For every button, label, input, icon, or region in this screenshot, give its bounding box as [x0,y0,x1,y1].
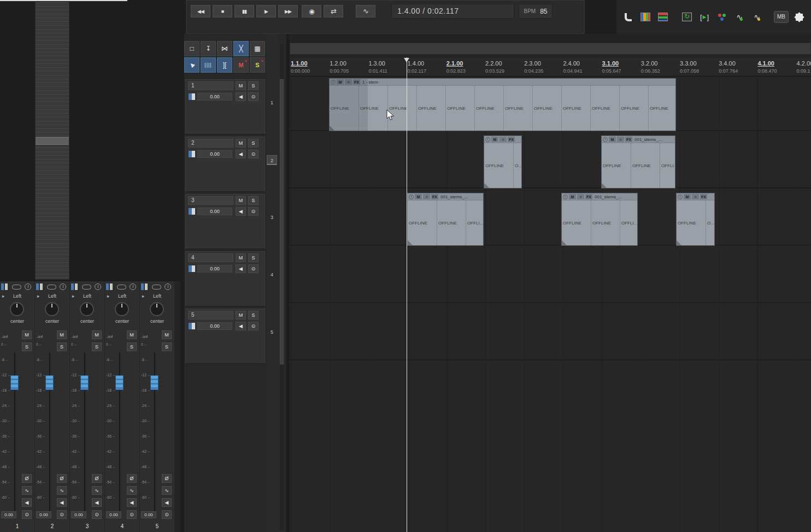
track-name-field[interactable]: 3 [188,196,233,205]
track-row-number[interactable]: 5 [267,327,277,337]
channel-number-label[interactable]: 5 [140,523,174,529]
channel-solo-button[interactable]: S [162,342,172,351]
track-solo-button[interactable]: S [248,253,258,262]
record-arm-button[interactable]: ⊙ [22,510,32,519]
volume-fader-handle[interactable] [10,375,19,390]
channel-solo-button[interactable]: S [127,342,137,351]
ruler-tick[interactable]: 1.2.000:00.705 [330,60,368,74]
track-header[interactable]: 4MS0.00◀⊙ [185,251,265,306]
ruler-tick[interactable]: 2.4.000:04.941 [563,60,601,74]
clip-menu-button[interactable]: ≡ [577,194,584,199]
envelope-button[interactable]: ∿ [57,486,67,495]
phase-invert-button[interactable]: Ø [162,474,172,483]
input-label[interactable]: Left [35,293,69,299]
record-arm-button[interactable]: ⊙ [162,510,172,519]
phase-invert-button[interactable]: Ø [57,474,67,483]
mb-button[interactable]: MB [774,11,789,23]
audio-clip[interactable]: M≡FX1 - stemOFFLINEOFFLINEOFFLINEOFFLINE… [329,78,676,131]
wave-export-icon[interactable]: ∿ [750,10,764,24]
pan-knob[interactable] [10,302,24,316]
track-record-button[interactable]: ⊙ [248,322,258,330]
pan-slot-icon[interactable] [12,285,21,289]
pan-slot-icon[interactable] [47,285,56,289]
ruler-tick[interactable]: 2.3.000:04.235 [524,60,562,74]
pan-slot-icon[interactable] [82,285,91,289]
channel-gain-field[interactable]: 0.00 [141,511,156,518]
track-row-number[interactable]: 3 [267,212,277,222]
audio-clip[interactable]: M≡FX001_stems_...OFFLINEOFFLINEOFFLI... [561,193,638,246]
stereo-mode-icon[interactable] [71,283,78,290]
volume-fader-handle[interactable] [45,375,54,390]
color-balls-icon[interactable] [715,10,729,24]
volume-fader-handle[interactable] [150,375,158,390]
channel-gain-field[interactable]: 0.00 [36,511,51,518]
clip-fade-handle[interactable] [408,240,413,245]
track-mute-button[interactable]: M [236,196,246,205]
channel-number-label[interactable]: 4 [105,523,139,529]
channel-mute-button[interactable]: M [22,330,32,339]
power-icon[interactable] [25,283,31,290]
volume-fader-handle[interactable] [115,375,124,390]
color-columns-icon[interactable] [638,10,653,24]
clip-fade-handle[interactable] [330,126,334,131]
audio-clip[interactable]: M≡FX001_stems_...OFFLINEOFFLINEOFFLI... [601,135,675,188]
ruler-tick[interactable]: 3.1.000:05.647 [602,60,640,74]
track-record-button[interactable]: ⊙ [248,207,258,216]
clip-power-icon[interactable] [409,194,414,199]
arrange-track-row[interactable] [290,308,811,360]
playhead-marker[interactable] [404,58,409,62]
pause-button[interactable]: ▮▮ [234,5,254,17]
clip-fx-button[interactable]: FX [585,194,592,199]
clip-fx-button[interactable]: FX [700,194,707,199]
track-gain-field[interactable]: 0.00 [197,150,232,158]
input-label[interactable]: Left [105,293,139,299]
arrange-grid[interactable]: M≡FX1 - stemOFFLINEOFFLINEOFFLINEOFFLINE… [290,76,811,532]
track-solo-button[interactable]: S [248,196,258,205]
channel-number-label[interactable]: 3 [70,523,104,529]
track-header[interactable]: 2MS0.00◀⊙ [185,137,265,192]
input-label[interactable]: Left [140,293,174,299]
channel-solo-button[interactable]: S [57,342,67,351]
audio-clip[interactable]: M≡FXOFFLINEO... [676,193,715,246]
envelope-button[interactable]: ∿ [22,486,32,495]
arrange-track-row[interactable] [290,193,811,246]
power-icon[interactable] [164,283,171,290]
ruler-tick[interactable]: 3.2.000:06.352 [641,60,679,74]
phase-invert-button[interactable]: Ø [127,474,137,483]
record-arm-button[interactable]: ⊙ [92,510,102,519]
track-input-button[interactable]: ◀ [236,322,246,330]
bpm-value[interactable]: 85 [540,8,547,15]
track-name-field[interactable]: 5 [188,311,233,320]
channel-solo-button[interactable]: S [92,342,102,351]
record-button[interactable]: ◉ [302,5,321,17]
clip-power-icon[interactable] [678,194,683,199]
track-record-button[interactable]: ⊙ [248,150,258,158]
clip-mute-button[interactable]: M [415,194,422,199]
automation-button[interactable]: ∿ [356,5,375,17]
track-row-number[interactable]: 2 [267,155,277,165]
clip-mute-button[interactable]: M [569,194,576,199]
pan-knob[interactable] [150,302,164,316]
track-header[interactable]: 3MS0.00◀⊙ [185,194,265,249]
clip-fx-button[interactable]: FX [508,137,515,142]
track-input-button[interactable]: ◀ [236,207,246,216]
channel-gain-field[interactable]: 0.00 [106,511,121,518]
ruler-tick[interactable]: 4.1.000:08.470 [757,60,796,74]
wave-record-icon[interactable]: ∿ [732,10,747,24]
stereo-mode-icon[interactable] [36,283,43,290]
power-icon[interactable] [95,283,101,290]
channel-mute-button[interactable]: M [162,330,172,339]
clip-power-icon[interactable] [603,137,608,142]
project-recycle-icon[interactable]: ↻ [680,10,694,24]
channel-gain-field[interactable]: 0.00 [1,511,16,518]
time-display[interactable]: 1.4.00 / 0:02.117 [391,4,514,19]
pan-knob[interactable] [45,302,59,316]
track-solo-button[interactable]: S [248,311,258,320]
pan-knob[interactable] [80,302,94,316]
track-name-field[interactable]: 4 [188,253,233,262]
play-button[interactable]: ▶ [256,5,276,17]
monitor-button[interactable]: ◀ [127,498,137,507]
zoom-scroll-strip[interactable] [35,2,69,280]
pan-slot-icon[interactable] [152,285,161,289]
track-input-button[interactable]: ◀ [236,92,246,101]
